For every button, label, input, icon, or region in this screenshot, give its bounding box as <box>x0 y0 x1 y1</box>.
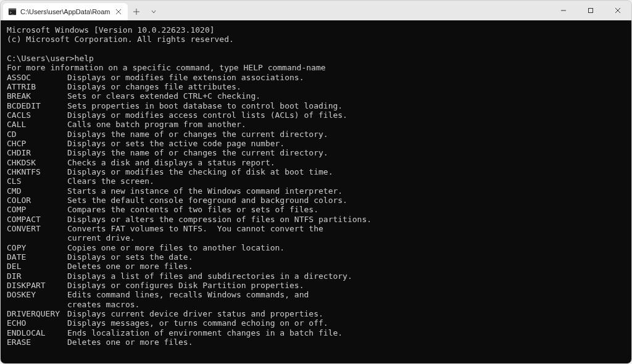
command-name: COLOR <box>7 196 67 205</box>
help-header: For more information on a specific comma… <box>7 63 625 72</box>
svg-text:>_: >_ <box>10 10 14 15</box>
terminal[interactable]: Microsoft Windows [Version 10.0.22623.10… <box>1 20 631 364</box>
command-description: Displays messages, or turns command echo… <box>67 318 328 328</box>
command-row: DISKPARTDisplays or configures Disk Part… <box>7 281 625 290</box>
maximize-button[interactable] <box>577 1 604 20</box>
command-name: CACLS <box>7 110 67 120</box>
command-description: Displays a list of files and subdirector… <box>67 271 352 281</box>
command-row: CACLSDisplays or modifies access control… <box>7 110 625 120</box>
command-name: ERASE <box>7 337 67 347</box>
command-name: COMP <box>7 205 67 214</box>
window-controls <box>550 1 631 20</box>
blank-line <box>7 44 625 54</box>
banner-line: (c) Microsoft Corporation. All rights re… <box>7 35 625 44</box>
command-row: COLORSets the default console foreground… <box>7 196 625 205</box>
command-row: ENDLOCALEnds localization of environment… <box>7 328 625 337</box>
command-name: CHKNTFS <box>7 167 67 176</box>
cmd-icon: >_ <box>8 7 17 16</box>
command-row: DRIVERQUERYDisplays current device drive… <box>7 309 625 318</box>
command-description: Displays or modifies file extension asso… <box>67 73 304 82</box>
prompt: C:\Users\user> <box>7 54 75 63</box>
command-name: CHKDSK <box>7 158 67 167</box>
command-row: BCDEDITSets properties in boot database … <box>7 101 625 110</box>
command-row: DATEDisplays or sets the date. <box>7 252 625 262</box>
command-name: DEL <box>7 262 67 271</box>
minimize-button[interactable] <box>550 1 577 20</box>
command-row: COMPACTDisplays or alters the compressio… <box>7 215 625 224</box>
command-description: Sets properties in boot database to cont… <box>67 101 343 110</box>
command-row: ATTRIBDisplays or changes file attribute… <box>7 82 625 91</box>
command-description: Converts FAT volumes to NTFS. You cannot… <box>67 224 323 233</box>
command-row: CDDisplays the name of or changes the cu… <box>7 130 625 139</box>
command-row: CHKNTFSDisplays or modifies the checking… <box>7 167 625 176</box>
command-description: Displays or sets the date. <box>67 252 193 262</box>
command-description: Edits command lines, recalls Windows com… <box>67 290 309 299</box>
command-description: Deletes one or more files. <box>67 337 193 347</box>
command-row: CHCPDisplays or sets the active code pag… <box>7 139 625 148</box>
titlebar: >_ C:\Users\user\AppData\Roam <box>1 1 631 20</box>
command-row: CMDStarts a new instance of the Windows … <box>7 186 625 196</box>
command-row: ECHODisplays messages, or turns command … <box>7 318 625 328</box>
command-name: DIR <box>7 271 67 281</box>
command-row: BREAKSets or clears extended CTRL+C chec… <box>7 91 625 101</box>
tab-close-button[interactable] <box>114 7 123 16</box>
command-description-continued: creates macros. <box>67 300 625 309</box>
svg-rect-3 <box>589 9 593 13</box>
command-description: Displays the name of or changes the curr… <box>67 130 328 139</box>
command-name: BREAK <box>7 91 67 101</box>
command-name: BCDEDIT <box>7 101 67 110</box>
command-name: CONVERT <box>7 224 67 233</box>
command-description: Sets or clears extended CTRL+C checking. <box>67 91 260 101</box>
command-name: ENDLOCAL <box>7 328 67 337</box>
command-description: Displays or changes file attributes. <box>67 82 241 91</box>
command-description: Displays or configures Disk Partition pr… <box>67 281 304 290</box>
command-row: CONVERTConverts FAT volumes to NTFS. You… <box>7 224 625 233</box>
command-description: Compares the contents of two files or se… <box>67 205 318 214</box>
tab-title: C:\Users\user\AppData\Roam <box>20 8 110 15</box>
typed-command: help <box>75 54 94 63</box>
command-name: DISKPART <box>7 281 67 290</box>
command-description: Starts a new instance of the Windows com… <box>67 186 343 196</box>
banner-line: Microsoft Windows [Version 10.0.22623.10… <box>7 25 625 35</box>
command-name: ASSOC <box>7 73 67 82</box>
command-row: DOSKEYEdits command lines, recalls Windo… <box>7 290 625 299</box>
command-description-continued: current drive. <box>67 233 625 242</box>
command-description: Displays or sets the active code page nu… <box>67 139 285 148</box>
command-row: CHDIRDisplays the name of or changes the… <box>7 148 625 157</box>
command-list: ASSOCDisplays or modifies file extension… <box>7 73 625 347</box>
command-name: DOSKEY <box>7 290 67 299</box>
command-name: CALL <box>7 120 67 129</box>
command-description: Displays current device driver status an… <box>67 309 323 318</box>
command-name: CHDIR <box>7 148 67 157</box>
command-description: Sets the default console foreground and … <box>67 196 347 205</box>
tab-area: >_ C:\Users\user\AppData\Roam <box>1 1 550 20</box>
command-row: COPYCopies one or more files to another … <box>7 243 625 252</box>
command-row: CHKDSKChecks a disk and displays a statu… <box>7 158 625 167</box>
command-description: Displays or modifies the checking of dis… <box>67 167 333 176</box>
command-row: ERASEDeletes one or more files. <box>7 337 625 347</box>
tab[interactable]: >_ C:\Users\user\AppData\Roam <box>3 3 128 20</box>
command-description: Deletes one or more files. <box>67 262 193 271</box>
command-description: Ends localization of environment changes… <box>67 328 343 337</box>
command-name: CMD <box>7 186 67 196</box>
prompt-line: C:\Users\user>help <box>7 54 625 63</box>
tab-dropdown-button[interactable] <box>145 3 162 20</box>
command-row: DIRDisplays a list of files and subdirec… <box>7 271 625 281</box>
command-description: Calls one batch program from another. <box>67 120 246 129</box>
command-row: CALLCalls one batch program from another… <box>7 120 625 129</box>
command-row: COMPCompares the contents of two files o… <box>7 205 625 214</box>
command-description: Displays or modifies access control list… <box>67 110 347 120</box>
close-button[interactable] <box>604 1 631 20</box>
command-name: CLS <box>7 176 67 186</box>
command-name: ATTRIB <box>7 82 67 91</box>
command-description: Checks a disk and displays a status repo… <box>67 158 275 167</box>
command-name: COMPACT <box>7 215 67 224</box>
command-description: Displays the name of or changes the curr… <box>67 148 328 157</box>
command-description: Clears the screen. <box>67 176 154 186</box>
command-row: CLSClears the screen. <box>7 176 625 186</box>
command-name: DATE <box>7 252 67 262</box>
command-row: ASSOCDisplays or modifies file extension… <box>7 73 625 82</box>
new-tab-button[interactable] <box>128 3 145 20</box>
command-name: ECHO <box>7 318 67 328</box>
command-name: COPY <box>7 243 67 252</box>
